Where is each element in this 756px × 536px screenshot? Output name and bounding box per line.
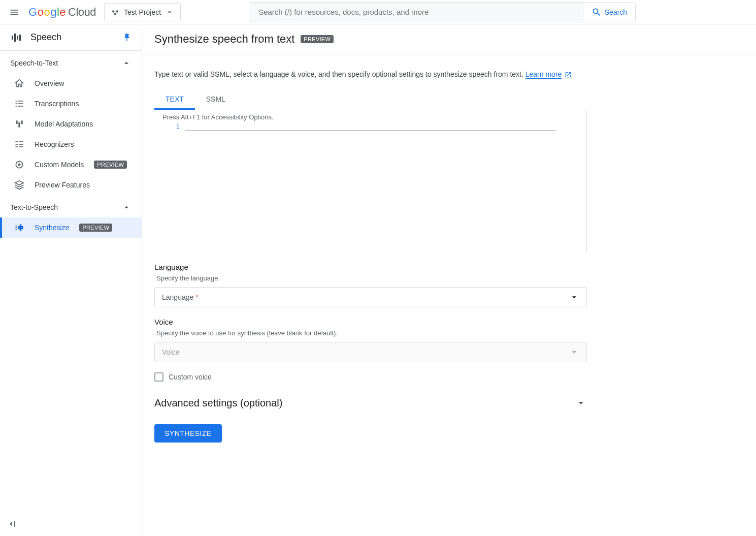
tab-text[interactable]: TEXT	[154, 90, 195, 110]
hamburger-icon	[9, 7, 19, 17]
global-search: Search	[250, 2, 636, 22]
chevron-down-icon	[569, 347, 579, 357]
sidebar-item-label: Transcriptions	[35, 100, 79, 108]
svg-rect-9	[21, 120, 22, 124]
sidebar-item-synthesize[interactable]: Synthesize PREVIEW	[0, 217, 142, 238]
voice-placeholder: Voice	[162, 348, 179, 356]
search-input[interactable]	[250, 3, 583, 22]
pin-button[interactable]	[122, 33, 132, 42]
search-button-label: Search	[605, 8, 627, 16]
text-editor: Press Alt+F1 for Accessibility Options. …	[154, 110, 587, 253]
input-tabs: TEXT SSML	[154, 90, 587, 110]
chevron-down-icon	[575, 397, 587, 409]
chevron-up-icon	[121, 58, 132, 68]
sidebar-item-overview[interactable]: Overview	[0, 73, 142, 93]
google-cloud-logo[interactable]: Google Cloud	[28, 6, 96, 19]
svg-point-0	[112, 10, 115, 13]
cloud-word: Cloud	[68, 6, 96, 19]
svg-rect-15	[19, 146, 23, 147]
external-link-icon	[565, 71, 572, 78]
intro-text: Type text or valid SSML, select a langua…	[154, 69, 587, 80]
project-picker[interactable]: Test Project	[104, 3, 181, 21]
svg-rect-7	[16, 120, 17, 124]
collapse-sidebar-button[interactable]	[4, 516, 20, 532]
required-star: *	[195, 293, 198, 301]
language-desc: Specify the language.	[154, 274, 587, 282]
page-title: Synthesize speech from text	[154, 33, 294, 46]
home-icon	[14, 78, 24, 88]
svg-rect-18	[18, 227, 19, 229]
search-button[interactable]: Search	[583, 3, 635, 22]
advanced-settings-toggle[interactable]: Advanced settings (optional)	[154, 397, 587, 409]
tune-icon	[14, 119, 24, 129]
svg-rect-4	[14, 34, 16, 42]
svg-rect-20	[22, 227, 23, 229]
svg-rect-14	[16, 146, 18, 147]
text-input-line[interactable]	[185, 122, 556, 131]
product-title: Speech	[30, 32, 114, 43]
section-speech-to-text[interactable]: Speech-to-Text	[0, 51, 142, 73]
section-title: Text-to-Speech	[10, 203, 58, 211]
custom-voice-checkbox[interactable]	[154, 372, 163, 382]
project-name: Test Project	[124, 8, 161, 16]
list-icon	[14, 99, 24, 109]
preview-badge: PREVIEW	[94, 161, 127, 169]
pin-icon	[122, 33, 132, 42]
svg-rect-13	[19, 144, 23, 145]
sidebar-item-custom-models[interactable]: Custom Models PREVIEW	[0, 154, 142, 175]
sidebar-item-label: Recognizers	[35, 140, 74, 148]
voice-desc: Specify the voice to use for synthesis (…	[154, 329, 587, 337]
svg-rect-12	[16, 144, 18, 145]
search-icon	[591, 7, 602, 17]
language-title: Language	[154, 263, 587, 271]
language-select[interactable]: Language *	[154, 287, 587, 307]
sidebar-item-preview-features[interactable]: Preview Features	[0, 175, 142, 195]
svg-rect-8	[18, 122, 20, 128]
learn-more-link[interactable]: Learn more	[525, 70, 562, 79]
sidebar-item-label: Synthesize	[35, 224, 69, 232]
tab-ssml[interactable]: SSML	[195, 90, 237, 110]
layers-icon	[14, 180, 24, 190]
line-number: 1	[154, 122, 185, 131]
grid-icon	[14, 139, 24, 149]
svg-rect-19	[20, 225, 21, 231]
preview-badge: PREVIEW	[79, 224, 112, 232]
svg-rect-3	[12, 36, 13, 40]
svg-rect-11	[19, 141, 23, 142]
voice-select[interactable]: Voice	[154, 342, 587, 362]
speech-product-icon	[10, 31, 22, 44]
svg-rect-5	[17, 36, 18, 40]
section-text-to-speech[interactable]: Text-to-Speech	[0, 195, 142, 217]
svg-rect-10	[16, 141, 18, 142]
sidebar-item-label: Custom Models	[35, 161, 84, 169]
chevron-down-icon	[165, 8, 174, 17]
section-title: Speech-to-Text	[10, 59, 58, 67]
svg-point-2	[114, 13, 117, 15]
chevron-up-icon	[121, 202, 132, 212]
collapse-icon	[7, 519, 17, 529]
svg-rect-6	[19, 35, 21, 41]
svg-point-17	[18, 164, 20, 165]
sidebar-item-label: Overview	[35, 79, 64, 87]
target-icon	[14, 160, 24, 170]
sidebar-item-recognizers[interactable]: Recognizers	[0, 134, 142, 154]
synthesize-button[interactable]: SYNTHESIZE	[154, 424, 222, 443]
advanced-title: Advanced settings (optional)	[154, 397, 282, 409]
custom-voice-label: Custom voice	[169, 373, 212, 381]
language-placeholder: Language	[162, 293, 193, 301]
a11y-hint: Press Alt+F1 for Accessibility Options.	[154, 110, 586, 122]
sidebar-item-transcriptions[interactable]: Transcriptions	[0, 93, 142, 114]
chevron-down-icon	[569, 292, 579, 302]
voice-title: Voice	[154, 318, 587, 326]
waveform-icon	[14, 223, 24, 233]
project-icon	[111, 8, 120, 17]
svg-point-1	[116, 10, 119, 13]
sidebar-item-label: Model Adaptations	[35, 120, 93, 128]
sidebar-item-label: Preview Features	[35, 181, 90, 189]
preview-badge: PREVIEW	[301, 35, 334, 43]
sidebar-item-model-adaptations[interactable]: Model Adaptations	[0, 114, 142, 134]
nav-menu-button[interactable]	[8, 6, 20, 18]
